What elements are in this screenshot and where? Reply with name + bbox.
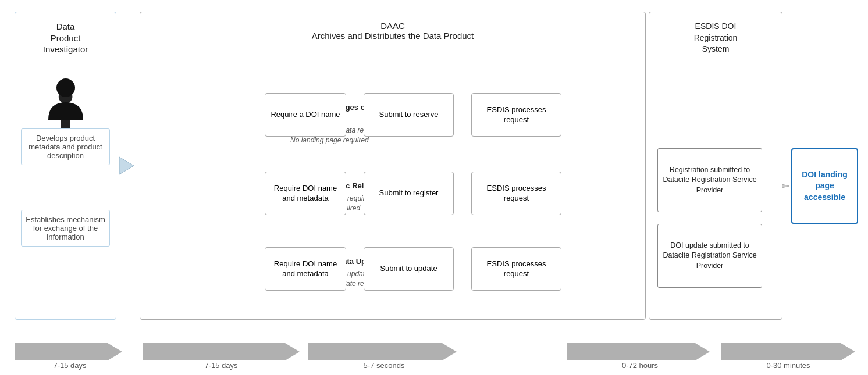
- esdis-title: ESDIS DOI Registration System: [649, 21, 782, 55]
- box-datacite-reg: Registration submitted to Datacite Regis…: [657, 148, 762, 212]
- box-submit-register: Submit to register: [364, 172, 454, 215]
- row1-italic2: No landing page required: [290, 135, 398, 145]
- timing-label-4: 0-72 hours: [567, 360, 713, 370]
- box-datacite-update: DOI update submitted to Datacite Registr…: [657, 224, 762, 288]
- box-esdis-process2: ESDIS processes request: [471, 172, 561, 215]
- daac-title: DAAC Archives and Distributes the Data P…: [140, 21, 645, 41]
- box-esdis-process3: ESDIS processes request: [471, 247, 561, 291]
- svg-marker-19: [721, 343, 855, 360]
- person-silhouette: [45, 76, 86, 123]
- box-submit-update: Submit to update: [364, 247, 454, 291]
- svg-point-20: [56, 78, 75, 97]
- timing-label-1: 7-15 days: [15, 360, 125, 370]
- dpi-establishes-text: Establishes mechanism for exchange of th…: [21, 210, 110, 247]
- svg-marker-3: [119, 157, 134, 174]
- doi-landing-box: DOI landing page accessible: [791, 148, 858, 224]
- svg-marker-15: [15, 343, 122, 360]
- svg-marker-17: [308, 343, 457, 360]
- box-require-doi-meta2: Require DOI name and metadata: [265, 247, 346, 291]
- svg-marker-16: [143, 343, 300, 360]
- timing-label-3: 5-7 seconds: [308, 360, 460, 370]
- box-require-doi-name: Require a DOI name: [265, 93, 346, 137]
- diagram: Data Product Investigator ● ▮ Develops p…: [0, 0, 868, 375]
- box-esdis-process1: ESDIS processes request: [471, 93, 561, 137]
- svg-marker-18: [567, 343, 710, 360]
- dpi-title: Data Product Investigator: [15, 21, 116, 55]
- box-submit-reserve: Submit to reserve: [364, 93, 454, 137]
- box-require-doi-meta1: Require DOI name and metadata: [265, 172, 346, 215]
- timing-label-5: 0-30 minutes: [721, 360, 855, 370]
- dpi-outer-box: Data Product Investigator ● ▮ Develops p…: [15, 12, 116, 320]
- dpi-develops-text: Develops product metadata and product de…: [21, 128, 110, 165]
- timing-label-2: 7-15 days: [143, 360, 300, 370]
